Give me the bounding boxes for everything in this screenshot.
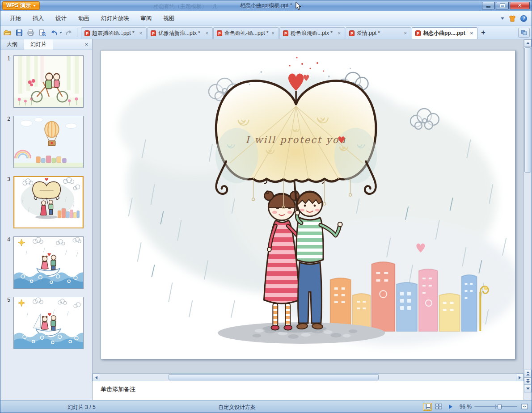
ppt-file-icon: P: [84, 30, 90, 36]
vertical-scrollbar[interactable]: [524, 39, 532, 400]
scroll-left-button[interactable]: [93, 374, 100, 381]
menu-right-controls: ?: [501, 15, 527, 22]
slide-sorter-view-button[interactable]: [435, 403, 443, 411]
tab-slides[interactable]: 幻灯片: [24, 39, 53, 50]
tab-close-icon[interactable]: ×: [271, 30, 275, 36]
document-tab-label: 相恋小曲pp....ppt *: [423, 30, 467, 37]
slide-thumbnail-2[interactable]: [13, 116, 84, 168]
slide-thumbnail-list: 1: [0, 50, 92, 400]
notes-pane[interactable]: 单击添加备注: [93, 381, 524, 400]
menu-item-review[interactable]: 审阅: [135, 11, 158, 26]
slide-thumbnail-row-4: 4: [0, 236, 92, 289]
collapse-ribbon-icon[interactable]: [501, 17, 504, 20]
zoom-slider-thumb[interactable]: [498, 404, 502, 409]
print-preview-button[interactable]: [37, 27, 47, 38]
slide-thumbnail-5[interactable]: [13, 297, 84, 349]
scroll-up-button[interactable]: [524, 39, 532, 47]
umbrella-caption-text[interactable]: I will protect you: [245, 135, 346, 145]
tab-list-button[interactable]: [518, 28, 530, 38]
tab-close-icon[interactable]: ×: [205, 30, 209, 36]
menu-item-view[interactable]: 视图: [158, 11, 181, 26]
menu-bar: 开始 插入 设计 动画 幻灯片放映 审阅 视图 ?: [0, 11, 532, 26]
document-tab-label: 爱情.ppt *: [357, 30, 401, 37]
minimize-button[interactable]: [482, 2, 495, 9]
thumbnail-art-waves-couple-sail: [14, 297, 83, 349]
window-title: 相恋小曲ppt模板.ppt *: [0, 2, 532, 9]
chevron-down-icon: [33, 5, 36, 7]
maximize-button[interactable]: [496, 2, 509, 9]
document-tab-label: 粉色浪漫婚...ptx *: [291, 30, 335, 37]
statusbar-right-controls: 96 %: [423, 400, 529, 413]
scroll-right-button[interactable]: [516, 374, 524, 381]
document-tab-label: 金色婚礼-婚...ppt *: [224, 30, 269, 37]
minimize-icon: [486, 6, 490, 8]
document-tab-1[interactable]: P 超震撼的婚...ppt * ×: [81, 27, 147, 39]
save-floppy-icon: [16, 29, 23, 36]
double-down-icon: [526, 379, 530, 383]
normal-view-button[interactable]: [423, 403, 432, 411]
slide-editing-canvas[interactable]: I will protect you: [93, 39, 524, 373]
horizontal-scroll-thumb[interactable]: [169, 374, 379, 380]
slide-thumbnail-row-5: 5: [0, 297, 92, 349]
status-bar: 幻灯片 3 / 5 自定义设计方案 96 %: [0, 400, 532, 413]
new-tab-button[interactable]: +: [478, 27, 489, 38]
help-button[interactable]: ?: [520, 15, 527, 22]
tab-close-icon[interactable]: ×: [403, 30, 408, 36]
document-tab-6-active[interactable]: P 相恋小曲pp....ppt * ×: [412, 27, 477, 39]
menu-item-animation[interactable]: 动画: [72, 11, 95, 26]
menu-item-home[interactable]: 开始: [4, 11, 27, 26]
slide-number: 2: [0, 116, 13, 168]
triangle-up-icon: [526, 42, 530, 44]
titlebar: WPS 演示 相恋有约（主题模板）一凡 相恋小曲ppt模板.ppt * ✕: [0, 0, 532, 11]
document-tab-5[interactable]: P 爱情.ppt * ×: [346, 27, 411, 39]
document-tab-bar: P 超震撼的婚...ppt * × P 优雅清新浪...ptx * × P 金色…: [81, 26, 517, 39]
wps-app-menu-label: WPS 演示: [6, 2, 31, 9]
tab-close-icon[interactable]: ×: [139, 30, 143, 36]
zoom-slider[interactable]: [474, 403, 517, 411]
document-tab-2[interactable]: P 优雅清新浪...ptx * ×: [147, 27, 213, 39]
normal-view-icon: [424, 404, 431, 409]
slide-panel-tabs: 大纲 幻灯片 ×: [0, 39, 92, 50]
triangle-right-icon: [519, 376, 521, 379]
slide-number: 3: [0, 176, 13, 228]
tab-close-icon[interactable]: ×: [469, 30, 474, 36]
next-slide-button[interactable]: [524, 377, 532, 385]
undo-button[interactable]: [49, 27, 59, 38]
vertical-scroll-thumb[interactable]: [524, 47, 531, 173]
menu-item-slideshow[interactable]: 幻灯片放映: [95, 11, 135, 26]
redo-button[interactable]: [63, 27, 74, 38]
horizontal-scrollbar[interactable]: [93, 373, 524, 381]
menu-item-insert[interactable]: 插入: [27, 11, 50, 26]
close-pane-icon[interactable]: ×: [83, 41, 90, 48]
fit-window-icon: [521, 404, 528, 409]
design-scheme-label[interactable]: 自定义设计方案: [218, 404, 256, 411]
tab-outline[interactable]: 大纲: [0, 39, 24, 50]
skin-theme-icon[interactable]: [509, 15, 516, 22]
open-button[interactable]: [2, 27, 13, 38]
slide-thumbnail-3[interactable]: [13, 176, 84, 228]
printer-icon: [27, 29, 34, 36]
slideshow-play-button[interactable]: [446, 403, 455, 411]
current-slide[interactable]: I will protect you: [101, 50, 515, 359]
ppt-file-icon: P: [349, 30, 355, 36]
slide-thumbnail-1[interactable]: [13, 55, 84, 108]
tab-close-icon[interactable]: ×: [337, 30, 342, 36]
document-tab-4[interactable]: P 粉色浪漫婚...ptx * ×: [279, 27, 345, 39]
undo-icon: [51, 29, 58, 36]
svg-text:P: P: [284, 31, 287, 36]
slide-number: 5: [0, 297, 13, 349]
document-tab-label: 超震撼的婚...ppt *: [92, 30, 136, 37]
document-tab-3[interactable]: P 金色婚礼-婚...ppt * ×: [213, 27, 279, 39]
fit-window-button[interactable]: [520, 403, 529, 411]
print-button[interactable]: [25, 27, 36, 38]
menu-item-design[interactable]: 设计: [50, 11, 72, 26]
notes-placeholder[interactable]: 单击添加备注: [101, 386, 135, 392]
slide-thumbnail-4[interactable]: [13, 236, 84, 289]
save-button[interactable]: [14, 27, 24, 38]
previous-slide-button[interactable]: [524, 370, 532, 377]
undo-dropdown-icon[interactable]: [59, 32, 62, 34]
svg-text:P: P: [152, 31, 155, 36]
scroll-down-button[interactable]: [524, 385, 532, 392]
close-button[interactable]: ✕: [510, 2, 530, 9]
wps-app-menu-button[interactable]: WPS 演示: [2, 1, 40, 10]
